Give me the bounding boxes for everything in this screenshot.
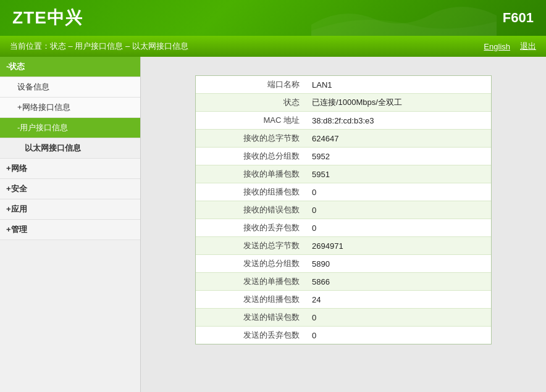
- table-row: 发送的组播包数24: [196, 291, 491, 309]
- sidebar: -状态 设备信息 +网络接口信息 -用户接口信息 以太网接口信息 +网络 +安全…: [0, 57, 141, 392]
- row-value: 5890: [307, 256, 491, 272]
- row-label: 接收的单播包数: [196, 165, 307, 183]
- table-row: 接收的错误包数0: [196, 201, 491, 219]
- table-row: 接收的组播包数0: [196, 183, 491, 201]
- breadcrumb: 当前位置：状态 – 用户接口信息 – 以太网接口信息: [10, 41, 188, 52]
- logout-link[interactable]: 退出: [520, 41, 536, 52]
- table-row: 发送的错误包数0: [196, 309, 491, 327]
- row-label: 发送的总字节数: [196, 237, 307, 254]
- sidebar-item-application[interactable]: +应用: [0, 199, 140, 220]
- table-row: 接收的丢弃包数0: [196, 219, 491, 237]
- row-value: 0: [307, 310, 491, 325]
- logo: ZTE中兴: [12, 6, 83, 30]
- table-row: 发送的单播包数5866: [196, 273, 491, 291]
- sidebar-item-device-info[interactable]: 设备信息: [0, 77, 140, 98]
- table-row: 发送的总分组数5890: [196, 255, 491, 273]
- table-row: 接收的总字节数624647: [196, 130, 491, 148]
- row-value: 38:d8:2f:cd:b3:e3: [307, 113, 491, 128]
- row-value: 2694971: [307, 238, 491, 254]
- table-row: 接收的单播包数5951: [196, 165, 491, 183]
- row-value: 5951: [307, 167, 491, 182]
- table-row: 端口名称LAN1: [196, 76, 491, 94]
- row-label: 发送的丢弃包数: [196, 327, 307, 344]
- row-label: 发送的总分组数: [196, 255, 307, 272]
- sidebar-item-security[interactable]: +安全: [0, 179, 140, 199]
- row-value: 624647: [307, 131, 491, 146]
- row-value: 5866: [307, 274, 491, 290]
- row-value: LAN1: [307, 77, 491, 93]
- layout: -状态 设备信息 +网络接口信息 -用户接口信息 以太网接口信息 +网络 +安全…: [0, 57, 546, 392]
- sidebar-item-user-interface[interactable]: -用户接口信息: [0, 118, 140, 138]
- model-name: F601: [503, 10, 534, 26]
- sidebar-item-ethernet-info[interactable]: 以太网接口信息: [0, 138, 140, 159]
- table-row: MAC 地址38:d8:2f:cd:b3:e3: [196, 112, 491, 130]
- sidebar-item-management[interactable]: +管理: [0, 220, 140, 240]
- row-label: 接收的组播包数: [196, 183, 307, 201]
- table-row: 状态已连接/1000Mbps/全双工: [196, 94, 491, 112]
- row-value: 0: [307, 220, 491, 236]
- main-content: 端口名称LAN1状态已连接/1000Mbps/全双工MAC 地址38:d8:2f…: [141, 57, 546, 392]
- sidebar-item-network[interactable]: +网络: [0, 159, 140, 179]
- row-label: MAC 地址: [196, 112, 307, 129]
- row-label: 端口名称: [196, 76, 307, 93]
- row-label: 接收的总字节数: [196, 130, 307, 147]
- table-row: 发送的总字节数2694971: [196, 237, 491, 255]
- row-value: 0: [307, 185, 491, 200]
- row-value: 0: [307, 328, 491, 343]
- row-label: 接收的错误包数: [196, 201, 307, 219]
- table-row: 接收的总分组数5952: [196, 148, 491, 165]
- row-label: 接收的总分组数: [196, 148, 307, 165]
- header-wave-decoration: [311, 0, 497, 36]
- row-value: 0: [307, 202, 491, 218]
- info-table: 端口名称LAN1状态已连接/1000Mbps/全双工MAC 地址38:d8:2f…: [195, 75, 492, 344]
- row-label: 接收的丢弃包数: [196, 219, 307, 236]
- row-label: 发送的单播包数: [196, 273, 307, 290]
- sidebar-item-status[interactable]: -状态: [0, 57, 140, 77]
- row-label: 发送的组播包数: [196, 291, 307, 308]
- row-label: 状态: [196, 94, 307, 111]
- sidebar-item-network-interface[interactable]: +网络接口信息: [0, 98, 140, 118]
- header: ZTE中兴 F601: [0, 0, 546, 36]
- navbar-actions: English 退出: [484, 41, 536, 52]
- table-row: 发送的丢弃包数0: [196, 327, 491, 344]
- navbar: 当前位置：状态 – 用户接口信息 – 以太网接口信息 English 退出: [0, 36, 546, 57]
- row-value: 已连接/1000Mbps/全双工: [307, 94, 491, 111]
- language-link[interactable]: English: [484, 42, 510, 51]
- row-label: 发送的错误包数: [196, 309, 307, 326]
- row-value: 24: [307, 292, 491, 307]
- row-value: 5952: [307, 149, 491, 164]
